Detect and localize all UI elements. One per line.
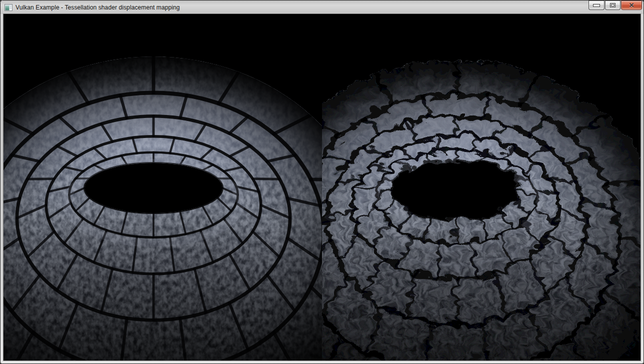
render-viewport[interactable] — [4, 14, 640, 360]
app-window: Vulkan Example - Tessellation shader dis… — [0, 0, 644, 364]
minimize-button[interactable] — [588, 0, 604, 10]
vulkan-render-scene — [4, 14, 640, 360]
window-titlebar[interactable]: Vulkan Example - Tessellation shader dis… — [0, 0, 644, 14]
app-icon[interactable] — [4, 4, 12, 12]
maximize-button[interactable] — [605, 0, 620, 10]
app-window-icon — [4, 4, 12, 12]
minimize-icon — [593, 4, 600, 7]
maximize-icon — [610, 3, 616, 8]
close-icon: ✕ — [629, 2, 634, 8]
window-title: Vulkan Example - Tessellation shader dis… — [16, 4, 180, 11]
torus-no-displacement — [4, 38, 376, 360]
close-button[interactable]: ✕ — [621, 0, 642, 10]
window-controls: ✕ — [588, 0, 642, 10]
